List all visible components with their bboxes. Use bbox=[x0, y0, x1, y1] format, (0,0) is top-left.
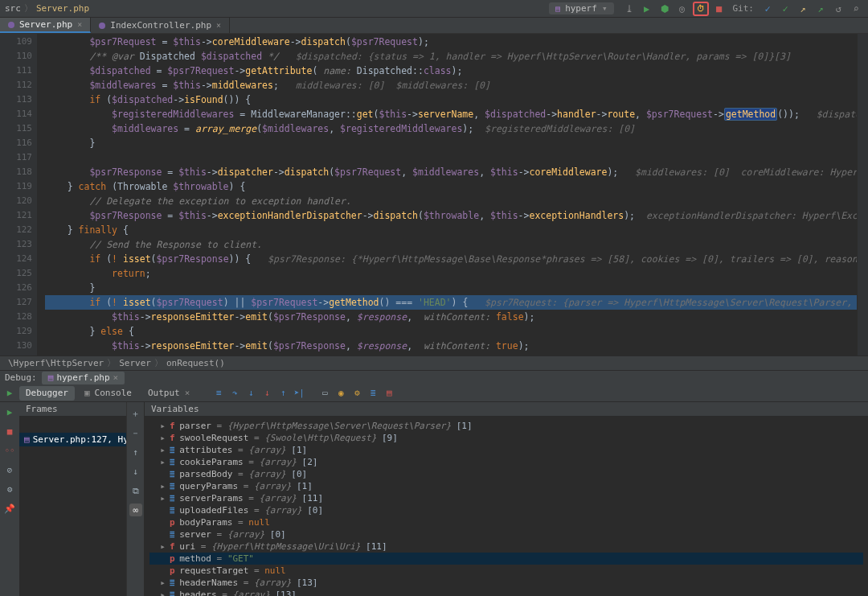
code-line[interactable]: $middlewares = array_merge($middlewares,… bbox=[45, 121, 857, 136]
step-out-icon[interactable]: ↑ bbox=[276, 387, 289, 400]
up-icon[interactable]: ↑ bbox=[129, 446, 142, 458]
remove-watch-icon[interactable]: － bbox=[129, 426, 142, 439]
code-line[interactable]: } bbox=[45, 136, 857, 150]
breadcrumb-part[interactable]: src bbox=[5, 3, 21, 14]
code-line[interactable]: $registeredMiddlewares = MiddlewareManag… bbox=[45, 107, 857, 121]
bc-method[interactable]: onRequest() bbox=[166, 358, 225, 368]
code-line[interactable]: $middlewares = $this->middlewares; middl… bbox=[45, 78, 857, 92]
variable-node[interactable]: ≣parsedBody = {array} [0] bbox=[149, 468, 863, 480]
editor-tabs: Server.php × IndexController.php × bbox=[0, 18, 868, 34]
close-icon[interactable]: × bbox=[113, 372, 119, 384]
force-step-into-icon[interactable]: ↓ bbox=[260, 387, 273, 400]
variable-node[interactable]: ▸furi = {Hyperf\HttpMessage\Uri\Uri} [11… bbox=[149, 541, 863, 553]
variable-node[interactable]: ▸≣attributes = {array} [1] bbox=[149, 444, 863, 456]
console-tab[interactable]: ▣ Console bbox=[78, 386, 138, 401]
code-editor[interactable]: 1091101111121131141151161171181191201211… bbox=[0, 34, 868, 356]
memory-icon[interactable]: ▤ bbox=[383, 387, 395, 400]
glasses-icon[interactable]: ∞ bbox=[129, 504, 142, 516]
evaluate-expression-icon[interactable]: ▭ bbox=[318, 387, 331, 400]
code-line[interactable]: } else { bbox=[45, 324, 857, 339]
code-breadcrumb: \Hyperf\HttpServer 〉 Server 〉 onRequest(… bbox=[0, 356, 868, 370]
variable-node[interactable]: ▸fswooleRequest = {Swoole\Http\Request} … bbox=[149, 432, 863, 444]
code-area[interactable]: $psr7Request = $this->coreMiddleware->di… bbox=[37, 34, 857, 356]
code-line[interactable]: // Send the Response to client. bbox=[45, 237, 857, 252]
run-to-cursor-icon[interactable]: ➤| bbox=[293, 387, 305, 400]
code-line[interactable]: if (! isset($psr7Request) || $psr7Reques… bbox=[45, 295, 857, 310]
stop-icon[interactable]: ■ bbox=[712, 2, 727, 16]
code-line[interactable]: return; bbox=[45, 266, 857, 281]
code-line[interactable]: } catch (Throwable $throwable) { bbox=[45, 179, 857, 194]
output-tab[interactable]: Output × bbox=[141, 386, 196, 401]
frame-row[interactable]: ▤ Server.php:127, Hyper bbox=[19, 433, 126, 446]
stop-icon[interactable]: ■ bbox=[3, 425, 16, 438]
code-line[interactable]: $psr7Response = $this->dispatcher->dispa… bbox=[45, 165, 857, 179]
variables-tree[interactable]: ▸fparser = {Hyperf\HttpMessage\Server\Re… bbox=[145, 417, 868, 596]
run-icon[interactable]: ▶ bbox=[640, 2, 654, 16]
code-line[interactable]: if (! isset($psr7Response)) { $psr7Respo… bbox=[45, 252, 857, 266]
down-icon[interactable]: ↓ bbox=[129, 465, 142, 478]
code-line[interactable]: $psr7Request = $this->coreMiddleware->di… bbox=[45, 35, 857, 49]
breadcrumb-file[interactable]: Server.php bbox=[36, 3, 89, 14]
variable-node[interactable]: pmethod = "GET" bbox=[149, 553, 863, 565]
git-push-icon[interactable]: ↗ bbox=[813, 2, 828, 16]
variable-node[interactable]: ≣uploadedFiles = {array} [0] bbox=[149, 504, 863, 516]
build-icon[interactable]: ⤓ bbox=[622, 2, 637, 16]
profiler-icon[interactable]: ⏱ bbox=[693, 2, 709, 16]
debugger-tab[interactable]: Debugger bbox=[19, 386, 75, 401]
tab-server-php[interactable]: Server.php × bbox=[0, 18, 91, 33]
trace-icon[interactable]: ◉ bbox=[334, 387, 347, 400]
bc-class[interactable]: Server bbox=[119, 358, 151, 368]
settings-icon[interactable]: ⚙ bbox=[350, 387, 363, 400]
code-line[interactable]: } finally { bbox=[45, 223, 857, 237]
coverage-icon[interactable]: ◎ bbox=[675, 2, 690, 16]
code-line[interactable]: $this->responseEmitter->emit($psr7Respon… bbox=[45, 310, 857, 324]
code-line[interactable]: $dispatched = $psr7Request->getAttribute… bbox=[45, 64, 857, 78]
pin-icon[interactable]: 📌 bbox=[3, 502, 16, 515]
git-show-history-icon[interactable]: ↗ bbox=[796, 2, 810, 16]
close-icon[interactable]: × bbox=[216, 21, 221, 30]
copy-icon[interactable]: ⧉ bbox=[129, 484, 142, 497]
variable-node[interactable]: prequestTarget = null bbox=[149, 565, 863, 577]
variable-node[interactable]: ▸≣queryParams = {array} [1] bbox=[149, 480, 863, 492]
close-icon[interactable]: × bbox=[185, 388, 190, 398]
console-icon: ▣ bbox=[84, 388, 90, 398]
step-into-icon[interactable]: ↓ bbox=[244, 387, 257, 400]
search-icon[interactable]: ⌕ bbox=[849, 2, 863, 16]
run-config-selector[interactable]: ▤ hyperf ▾ bbox=[549, 2, 613, 14]
git-update-icon[interactable]: ✓ bbox=[760, 2, 775, 16]
variable-node[interactable]: ▸≣serverParams = {array} [11] bbox=[149, 492, 863, 504]
code-line[interactable]: // Delegate the exception to exception h… bbox=[45, 194, 857, 208]
step-over-icon[interactable]: ↷ bbox=[228, 387, 241, 400]
watches-icon[interactable]: ≣ bbox=[366, 387, 379, 400]
code-line[interactable] bbox=[45, 150, 857, 165]
debug-toolbar: ▶ Debugger ▣ Console Output × ≡ ↷ ↓ ↓ ↑ … bbox=[0, 384, 868, 402]
settings-gear-icon[interactable]: ⚙ bbox=[3, 483, 16, 495]
code-line[interactable]: } bbox=[45, 281, 857, 295]
view-breakpoints-icon[interactable]: ◦◦ bbox=[3, 444, 16, 457]
mute-breakpoints-icon[interactable]: ⊘ bbox=[3, 463, 16, 476]
bc-namespace[interactable]: \Hyperf\HttpServer bbox=[8, 358, 104, 368]
resume-icon[interactable]: ▶ bbox=[3, 405, 16, 418]
rerun-icon[interactable]: ▶ bbox=[3, 387, 16, 400]
code-line[interactable]: $psr7Response = $this->exceptionHandlerD… bbox=[45, 208, 857, 223]
git-rollback-icon[interactable]: ↺ bbox=[831, 2, 845, 16]
variable-node[interactable]: pbodyParams = null bbox=[149, 516, 863, 528]
add-watch-icon[interactable]: ＋ bbox=[129, 407, 142, 420]
variable-node[interactable]: ▸fparser = {Hyperf\HttpMessage\Server\Re… bbox=[149, 420, 863, 432]
git-commit-icon[interactable]: ✓ bbox=[778, 2, 792, 16]
code-line[interactable]: /** @var Dispatched $dispatched */ $disp… bbox=[45, 49, 857, 64]
variable-node[interactable]: ≣server = {array} [0] bbox=[149, 528, 863, 541]
variable-node[interactable]: ▸≣headerNames = {array} [13] bbox=[149, 577, 863, 589]
close-icon[interactable]: × bbox=[77, 20, 82, 29]
tab-index-controller-php[interactable]: IndexController.php × bbox=[91, 18, 230, 33]
variable-node[interactable]: ▸≣cookieParams = {array} [2] bbox=[149, 456, 863, 468]
scrollbar-strip[interactable] bbox=[857, 34, 868, 356]
debug-toolwindow-header: Debug: ▤ hyperf.php × bbox=[0, 370, 868, 384]
debug-body: ▶ ■ ◦◦ ⊘ ⚙ 📌 Frames ▤ Server.php:127, Hy… bbox=[0, 402, 868, 596]
variable-node[interactable]: ▸≣headers = {array} [13] bbox=[149, 589, 863, 596]
debug-session-tab[interactable]: ▤ hyperf.php × bbox=[42, 372, 125, 384]
show-exec-point-icon[interactable]: ≡ bbox=[212, 387, 225, 400]
debug-icon[interactable]: ⬢ bbox=[657, 2, 672, 16]
code-line[interactable]: $this->responseEmitter->emit($psr7Respon… bbox=[45, 339, 857, 353]
code-line[interactable]: if ($dispatched->isFound()) { bbox=[45, 92, 857, 107]
